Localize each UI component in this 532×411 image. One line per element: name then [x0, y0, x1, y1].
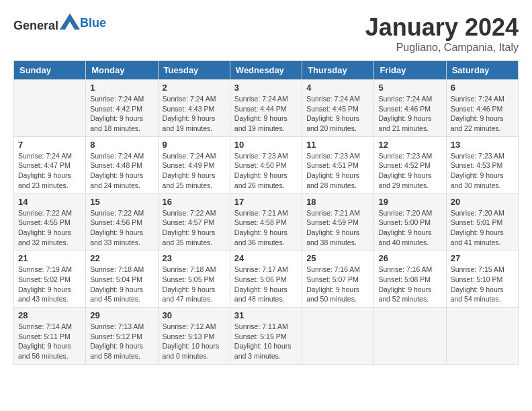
- calendar-cell: 21Sunrise: 7:19 AM Sunset: 5:02 PM Dayli…: [14, 250, 86, 308]
- day-info: Sunrise: 7:23 AM Sunset: 4:50 PM Dayligh…: [234, 151, 298, 191]
- day-info: Sunrise: 7:23 AM Sunset: 4:52 PM Dayligh…: [378, 151, 441, 191]
- logo-icon: [60, 13, 80, 30]
- calendar-cell: 25Sunrise: 7:16 AM Sunset: 5:07 PM Dayli…: [302, 250, 374, 308]
- day-number: 31: [234, 310, 298, 320]
- day-number: 15: [90, 197, 153, 207]
- day-number: 10: [234, 140, 298, 150]
- day-info: Sunrise: 7:24 AM Sunset: 4:46 PM Dayligh…: [451, 94, 514, 134]
- calendar-cell: 8Sunrise: 7:24 AM Sunset: 4:48 PM Daylig…: [86, 136, 158, 193]
- calendar-cell: 14Sunrise: 7:22 AM Sunset: 4:55 PM Dayli…: [14, 193, 86, 250]
- calendar-cell: 18Sunrise: 7:21 AM Sunset: 4:59 PM Dayli…: [302, 193, 374, 250]
- day-info: Sunrise: 7:15 AM Sunset: 5:10 PM Dayligh…: [451, 265, 514, 304]
- day-number: 30: [163, 310, 226, 320]
- calendar-cell: 16Sunrise: 7:22 AM Sunset: 4:57 PM Dayli…: [158, 193, 230, 250]
- calendar-cell: 9Sunrise: 7:24 AM Sunset: 4:49 PM Daylig…: [158, 136, 230, 193]
- day-number: 28: [18, 310, 81, 320]
- calendar-cell: 27Sunrise: 7:15 AM Sunset: 5:10 PM Dayli…: [446, 250, 518, 308]
- day-number: 21: [18, 253, 81, 263]
- logo: General Blue: [13, 13, 106, 33]
- calendar-cell: 24Sunrise: 7:17 AM Sunset: 5:06 PM Dayli…: [230, 250, 302, 308]
- day-info: Sunrise: 7:20 AM Sunset: 5:00 PM Dayligh…: [378, 208, 441, 248]
- day-info: Sunrise: 7:14 AM Sunset: 5:11 PM Dayligh…: [18, 322, 81, 361]
- day-info: Sunrise: 7:22 AM Sunset: 4:56 PM Dayligh…: [90, 208, 153, 248]
- day-number: 1: [90, 83, 153, 93]
- day-number: 13: [451, 140, 514, 150]
- calendar-cell: 31Sunrise: 7:11 AM Sunset: 5:15 PM Dayli…: [230, 308, 302, 365]
- calendar-cell: 30Sunrise: 7:12 AM Sunset: 5:13 PM Dayli…: [158, 308, 230, 365]
- calendar-week-row: 14Sunrise: 7:22 AM Sunset: 4:55 PM Dayli…: [14, 193, 519, 250]
- day-info: Sunrise: 7:24 AM Sunset: 4:44 PM Dayligh…: [234, 94, 298, 134]
- calendar-week-row: 28Sunrise: 7:14 AM Sunset: 5:11 PM Dayli…: [14, 308, 519, 365]
- calendar-cell: 5Sunrise: 7:24 AM Sunset: 4:46 PM Daylig…: [374, 80, 446, 137]
- day-info: Sunrise: 7:16 AM Sunset: 5:08 PM Dayligh…: [378, 265, 441, 304]
- calendar-header-wednesday: Wednesday: [230, 61, 302, 80]
- day-info: Sunrise: 7:17 AM Sunset: 5:06 PM Dayligh…: [234, 265, 298, 304]
- calendar-header-thursday: Thursday: [302, 61, 374, 80]
- day-info: Sunrise: 7:20 AM Sunset: 5:01 PM Dayligh…: [451, 208, 514, 248]
- day-info: Sunrise: 7:12 AM Sunset: 5:13 PM Dayligh…: [163, 322, 226, 361]
- day-info: Sunrise: 7:16 AM Sunset: 5:07 PM Dayligh…: [306, 265, 369, 304]
- calendar-week-row: 21Sunrise: 7:19 AM Sunset: 5:02 PM Dayli…: [14, 250, 519, 308]
- day-info: Sunrise: 7:24 AM Sunset: 4:47 PM Dayligh…: [18, 151, 81, 191]
- day-number: 22: [90, 253, 153, 263]
- page-header: General Blue January 2024 Pugliano, Camp…: [13, 13, 519, 54]
- calendar-week-row: 1Sunrise: 7:24 AM Sunset: 4:42 PM Daylig…: [14, 80, 519, 137]
- day-info: Sunrise: 7:18 AM Sunset: 5:05 PM Dayligh…: [163, 265, 226, 304]
- day-info: Sunrise: 7:21 AM Sunset: 4:58 PM Dayligh…: [234, 208, 298, 248]
- day-number: 5: [378, 83, 441, 93]
- calendar-cell: [14, 80, 86, 137]
- day-number: 17: [234, 197, 298, 207]
- day-info: Sunrise: 7:23 AM Sunset: 4:51 PM Dayligh…: [306, 151, 369, 191]
- calendar-cell: 4Sunrise: 7:24 AM Sunset: 4:45 PM Daylig…: [302, 80, 374, 137]
- day-info: Sunrise: 7:24 AM Sunset: 4:48 PM Dayligh…: [90, 151, 153, 191]
- calendar-cell: 12Sunrise: 7:23 AM Sunset: 4:52 PM Dayli…: [374, 136, 446, 193]
- calendar-header-monday: Monday: [86, 61, 158, 80]
- day-info: Sunrise: 7:24 AM Sunset: 4:43 PM Dayligh…: [163, 94, 226, 134]
- calendar-cell: 11Sunrise: 7:23 AM Sunset: 4:51 PM Dayli…: [302, 136, 374, 193]
- day-number: 2: [163, 83, 226, 93]
- day-info: Sunrise: 7:22 AM Sunset: 4:55 PM Dayligh…: [18, 208, 81, 248]
- calendar-cell: [374, 308, 446, 365]
- day-number: 29: [90, 310, 153, 320]
- calendar-cell: 3Sunrise: 7:24 AM Sunset: 4:44 PM Daylig…: [230, 80, 302, 137]
- day-number: 25: [306, 253, 369, 263]
- calendar-cell: 7Sunrise: 7:24 AM Sunset: 4:47 PM Daylig…: [14, 136, 86, 193]
- day-number: 3: [234, 83, 298, 93]
- calendar-cell: 28Sunrise: 7:14 AM Sunset: 5:11 PM Dayli…: [14, 308, 86, 365]
- day-number: 9: [163, 140, 226, 150]
- day-info: Sunrise: 7:11 AM Sunset: 5:15 PM Dayligh…: [234, 322, 298, 361]
- calendar-cell: 23Sunrise: 7:18 AM Sunset: 5:05 PM Dayli…: [158, 250, 230, 308]
- calendar-header-tuesday: Tuesday: [158, 61, 230, 80]
- calendar-header-sunday: Sunday: [14, 61, 86, 80]
- calendar-cell: [446, 308, 518, 365]
- calendar-week-row: 7Sunrise: 7:24 AM Sunset: 4:47 PM Daylig…: [14, 136, 519, 193]
- day-info: Sunrise: 7:18 AM Sunset: 5:04 PM Dayligh…: [90, 265, 153, 304]
- calendar-cell: 17Sunrise: 7:21 AM Sunset: 4:58 PM Dayli…: [230, 193, 302, 250]
- day-info: Sunrise: 7:24 AM Sunset: 4:46 PM Dayligh…: [378, 94, 441, 134]
- calendar-cell: 10Sunrise: 7:23 AM Sunset: 4:50 PM Dayli…: [230, 136, 302, 193]
- day-number: 8: [90, 140, 153, 150]
- day-number: 27: [451, 253, 514, 263]
- day-info: Sunrise: 7:13 AM Sunset: 5:12 PM Dayligh…: [90, 322, 153, 361]
- calendar-cell: 1Sunrise: 7:24 AM Sunset: 4:42 PM Daylig…: [86, 80, 158, 137]
- calendar-cell: 29Sunrise: 7:13 AM Sunset: 5:12 PM Dayli…: [86, 308, 158, 365]
- logo-general: General: [13, 19, 58, 32]
- calendar-cell: 2Sunrise: 7:24 AM Sunset: 4:43 PM Daylig…: [158, 80, 230, 137]
- day-number: 11: [306, 140, 369, 150]
- day-number: 6: [451, 83, 514, 93]
- location: Pugliano, Campania, Italy: [365, 42, 519, 54]
- day-info: Sunrise: 7:24 AM Sunset: 4:49 PM Dayligh…: [163, 151, 226, 191]
- day-info: Sunrise: 7:23 AM Sunset: 4:53 PM Dayligh…: [451, 151, 514, 191]
- title-section: January 2024 Pugliano, Campania, Italy: [365, 13, 519, 54]
- calendar-cell: [302, 308, 374, 365]
- day-number: 7: [18, 140, 81, 150]
- day-number: 24: [234, 253, 298, 263]
- day-info: Sunrise: 7:21 AM Sunset: 4:59 PM Dayligh…: [306, 208, 369, 248]
- calendar-header-saturday: Saturday: [446, 61, 518, 80]
- day-info: Sunrise: 7:24 AM Sunset: 4:45 PM Dayligh…: [306, 94, 369, 134]
- calendar-header-friday: Friday: [374, 61, 446, 80]
- day-number: 20: [451, 197, 514, 207]
- day-number: 14: [18, 197, 81, 207]
- day-number: 19: [378, 197, 441, 207]
- month-title: January 2024: [365, 13, 519, 42]
